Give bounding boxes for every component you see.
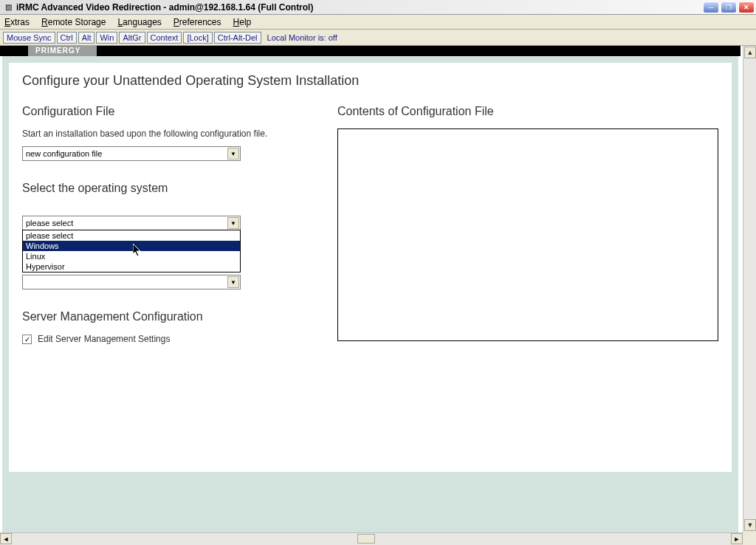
os-heading: Select the operating system	[22, 182, 308, 195]
os-option-linux[interactable]: Linux	[23, 251, 240, 261]
edit-server-mgmt-row[interactable]: ✓ Edit Server Management Settings	[22, 334, 308, 344]
menu-remote-storage[interactable]: Remote Storage	[41, 17, 106, 27]
scroll-corner	[743, 532, 756, 545]
win-button[interactable]: Win	[96, 32, 117, 44]
content-outer: Configure your Unattended Operating Syst…	[2, 56, 738, 532]
minimize-button[interactable]: ─	[703, 1, 719, 13]
brand-bar: PRIMERGY	[0, 46, 740, 56]
edit-server-mgmt-label: Edit Server Management Settings	[38, 334, 170, 344]
dropdown-arrow-icon[interactable]: ▼	[227, 148, 239, 160]
window-title: iRMC Advanced Video Redirection - admin@…	[16, 2, 701, 13]
dropdown-arrow-icon[interactable]: ▼	[227, 276, 239, 288]
scrollbar-track[interactable]	[12, 533, 731, 545]
toolbar: Mouse Sync Ctrl Alt Win AltGr Context [L…	[0, 30, 756, 46]
menu-extras[interactable]: Extras	[4, 17, 30, 27]
app-icon: ▨	[3, 2, 13, 13]
edit-server-mgmt-checkbox[interactable]: ✓	[22, 335, 32, 344]
altgr-button[interactable]: AltGr	[119, 32, 145, 44]
ctrl-alt-del-button[interactable]: Ctrl-Alt-Del	[214, 32, 261, 44]
brand-label: PRIMERGY	[28, 46, 97, 56]
config-file-subtext: Start an installation based upon the fol…	[22, 128, 308, 139]
scroll-right-icon[interactable]: ►	[731, 533, 743, 544]
menu-languages[interactable]: Languages	[117, 17, 161, 27]
os-option-please-select[interactable]: please select	[23, 230, 240, 241]
menu-help[interactable]: Help	[233, 17, 252, 27]
config-file-value: new configuration file	[26, 149, 102, 158]
right-column: Contents of Configuration File	[337, 105, 718, 344]
ctrl-button[interactable]: Ctrl	[57, 32, 77, 44]
scroll-down-icon[interactable]: ▼	[744, 519, 756, 531]
lock-button[interactable]: [Lock]	[183, 32, 212, 44]
remote-viewport: PRIMERGY Configure your Unattended Opera…	[0, 46, 756, 532]
maximize-button[interactable]: ❐	[721, 1, 737, 13]
os-select[interactable]: please select ▼ please select Windows Li…	[22, 216, 241, 230]
config-file-select[interactable]: new configuration file ▼	[22, 146, 241, 161]
horizontal-scrollbar[interactable]: ◄ ►	[0, 532, 743, 545]
window-titlebar: ▨ iRMC Advanced Video Redirection - admi…	[0, 0, 756, 15]
local-monitor-status: Local Monitor is: off	[267, 33, 337, 42]
page-title: Configure your Unattended Operating Syst…	[22, 73, 718, 89]
scroll-left-icon[interactable]: ◄	[0, 533, 12, 544]
os-value: please select	[26, 219, 73, 227]
os-option-windows[interactable]: Windows	[23, 241, 240, 251]
scroll-up-icon[interactable]: ▲	[744, 47, 756, 58]
dropdown-arrow-icon[interactable]: ▼	[227, 217, 239, 229]
config-file-heading: Configuration File	[22, 105, 308, 118]
menu-preferences[interactable]: Preferences	[173, 17, 221, 27]
alt-button[interactable]: Alt	[78, 32, 95, 44]
os-subselect[interactable]: ▼	[22, 275, 241, 289]
close-button[interactable]: ✕	[738, 1, 755, 13]
os-dropdown-list: please select Windows Linux Hypervisor	[22, 230, 241, 272]
config-contents-box[interactable]	[337, 128, 718, 341]
content-panel: Configure your Unattended Operating Syst…	[8, 62, 732, 473]
left-column: Configuration File Start an installation…	[22, 105, 308, 344]
context-button[interactable]: Context	[147, 32, 182, 44]
menubar: Extras Remote Storage Languages Preferen…	[0, 15, 756, 30]
server-mgmt-heading: Server Management Configuration	[22, 310, 308, 323]
mouse-sync-button[interactable]: Mouse Sync	[3, 32, 55, 44]
vertical-scrollbar[interactable]: ▲ ▼	[743, 46, 756, 532]
contents-heading: Contents of Configuration File	[337, 105, 718, 118]
os-option-hypervisor[interactable]: Hypervisor	[23, 261, 240, 272]
scrollbar-thumb[interactable]	[357, 534, 375, 544]
